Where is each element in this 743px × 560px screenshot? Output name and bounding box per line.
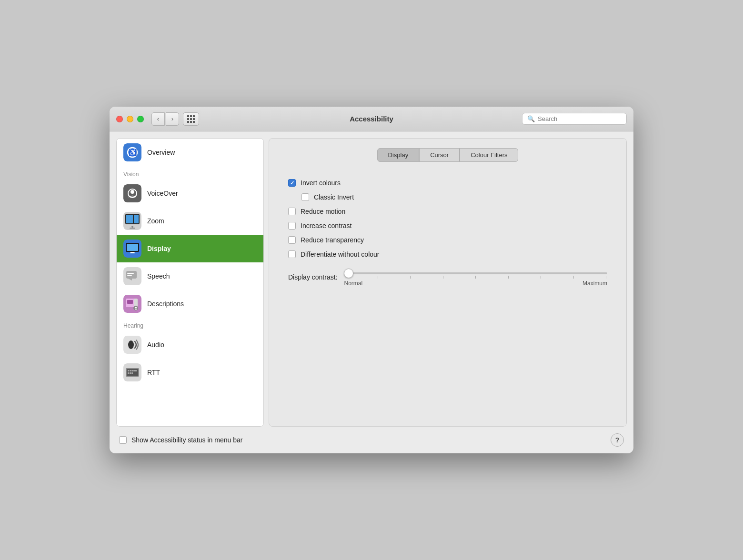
sidebar-label-descriptions: Descriptions <box>147 300 184 308</box>
close-button[interactable] <box>116 116 123 122</box>
sidebar-label-voiceover: VoiceOver <box>147 190 178 197</box>
slider-min-label: Normal <box>344 280 362 287</box>
sidebar-item-display[interactable]: Display <box>117 235 263 262</box>
sidebar: ♿ Overview Vision VoiceOver <box>116 138 264 427</box>
invert-colours-checkbox[interactable] <box>288 179 296 187</box>
sidebar-item-audio[interactable]: Audio <box>117 331 263 359</box>
sidebar-label-rtt: RTT <box>147 369 160 376</box>
invert-colours-label: Invert colours <box>301 179 341 187</box>
svg-rect-28 <box>135 309 137 310</box>
forward-button[interactable]: › <box>166 112 179 126</box>
content-area: ♿ Overview Vision VoiceOver <box>110 131 633 427</box>
sidebar-item-voiceover[interactable]: VoiceOver <box>117 180 263 207</box>
display-contrast-row: Display contrast: <box>288 268 607 287</box>
sidebar-item-overview[interactable]: ♿ Overview <box>117 139 263 166</box>
svg-point-10 <box>131 226 133 228</box>
invert-colours-row: Invert colours <box>288 178 607 188</box>
reduce-motion-checkbox[interactable] <box>288 208 296 215</box>
titlebar: ‹ › Accessibility 🔍 <box>110 107 633 131</box>
svg-rect-35 <box>130 370 131 371</box>
svg-rect-37 <box>133 370 135 371</box>
rtt-icon <box>123 363 141 381</box>
differentiate-without-colour-row: Differentiate without colour <box>288 250 607 259</box>
grid-icon <box>187 115 195 123</box>
grid-view-button[interactable] <box>183 112 199 126</box>
sidebar-item-rtt[interactable]: RTT <box>117 359 263 386</box>
sidebar-label-zoom: Zoom <box>147 217 164 225</box>
help-button[interactable]: ? <box>611 433 624 447</box>
svg-rect-14 <box>127 244 138 251</box>
svg-rect-36 <box>131 370 133 371</box>
contrast-slider-container: Normal Maximum <box>344 268 607 287</box>
sidebar-section-vision: Vision <box>117 166 263 180</box>
svg-rect-11 <box>130 228 135 229</box>
increase-contrast-checkbox[interactable] <box>288 222 296 230</box>
svg-text:♿: ♿ <box>129 149 137 157</box>
increase-contrast-row: Increase contrast <box>288 221 607 230</box>
classic-invert-row: Classic Invert <box>288 192 607 202</box>
reduce-motion-label: Reduce motion <box>301 208 345 215</box>
display-icon <box>123 240 141 258</box>
show-accessibility-status-checkbox[interactable] <box>119 436 127 444</box>
sidebar-label-audio: Audio <box>147 341 164 349</box>
differentiate-without-colour-checkbox[interactable] <box>288 250 296 258</box>
svg-rect-8 <box>126 215 133 223</box>
zoom-icon <box>123 212 141 230</box>
descriptions-icon <box>123 295 141 313</box>
svg-rect-41 <box>131 372 133 374</box>
tab-colour-filters[interactable]: Colour Filters <box>460 148 518 162</box>
slider-max-label: Maximum <box>582 280 607 287</box>
slider-ticks <box>344 276 607 279</box>
reduce-transparency-checkbox[interactable] <box>288 236 296 244</box>
sidebar-label-display: Display <box>147 245 171 252</box>
traffic-lights <box>116 116 144 122</box>
sidebar-label-speech: Speech <box>147 272 170 280</box>
tab-bar: Display Cursor Colour Filters <box>279 148 617 162</box>
svg-rect-24 <box>127 300 133 304</box>
voiceover-icon <box>123 184 141 202</box>
svg-point-5 <box>131 190 134 194</box>
sidebar-item-speech[interactable]: Speech <box>117 262 263 290</box>
minimize-button[interactable] <box>127 116 133 122</box>
differentiate-without-colour-label: Differentiate without colour <box>301 250 380 258</box>
svg-rect-38 <box>135 370 137 371</box>
main-panel: Display Cursor Colour Filters Invert col… <box>269 138 627 427</box>
maximize-button[interactable] <box>137 116 144 122</box>
window-title: Accessibility <box>350 115 393 123</box>
sidebar-section-hearing: Hearing <box>117 318 263 331</box>
classic-invert-label: Classic Invert <box>314 193 354 201</box>
svg-point-30 <box>128 340 134 349</box>
show-accessibility-status-label: Show Accessibility status in menu bar <box>131 436 242 444</box>
reduce-motion-row: Reduce motion <box>288 207 607 216</box>
audio-icon <box>123 336 141 354</box>
svg-rect-21 <box>127 275 132 276</box>
main-window: ‹ › Accessibility 🔍 <box>110 107 633 453</box>
svg-rect-9 <box>134 215 139 223</box>
settings-area: Invert colours Classic Invert Reduce mot… <box>279 173 617 293</box>
svg-rect-27 <box>135 307 137 308</box>
back-button[interactable]: ‹ <box>151 112 165 126</box>
svg-rect-16 <box>131 252 134 253</box>
search-icon: 🔍 <box>527 115 535 122</box>
sidebar-item-zoom[interactable]: Zoom <box>117 207 263 235</box>
increase-contrast-label: Increase contrast <box>301 222 351 230</box>
search-input[interactable] <box>538 115 622 122</box>
slider-labels: Normal Maximum <box>344 280 607 287</box>
sidebar-item-descriptions[interactable]: Descriptions <box>117 290 263 318</box>
nav-buttons: ‹ › <box>151 112 179 126</box>
contrast-slider-track <box>344 272 607 274</box>
classic-invert-checkbox[interactable] <box>301 193 309 201</box>
svg-rect-40 <box>130 372 131 374</box>
sidebar-label-overview: Overview <box>147 149 175 156</box>
overview-icon: ♿ <box>123 143 141 161</box>
tab-display[interactable]: Display <box>377 148 420 162</box>
speech-icon <box>123 267 141 285</box>
reduce-transparency-row: Reduce transparency <box>288 235 607 245</box>
svg-rect-34 <box>128 370 129 371</box>
display-contrast-label: Display contrast: <box>288 273 337 281</box>
tab-cursor[interactable]: Cursor <box>419 148 460 162</box>
bottom-bar: Show Accessibility status in menu bar ? <box>110 427 633 453</box>
reduce-transparency-label: Reduce transparency <box>301 236 364 244</box>
svg-rect-39 <box>128 372 129 374</box>
search-box[interactable]: 🔍 <box>522 113 627 125</box>
